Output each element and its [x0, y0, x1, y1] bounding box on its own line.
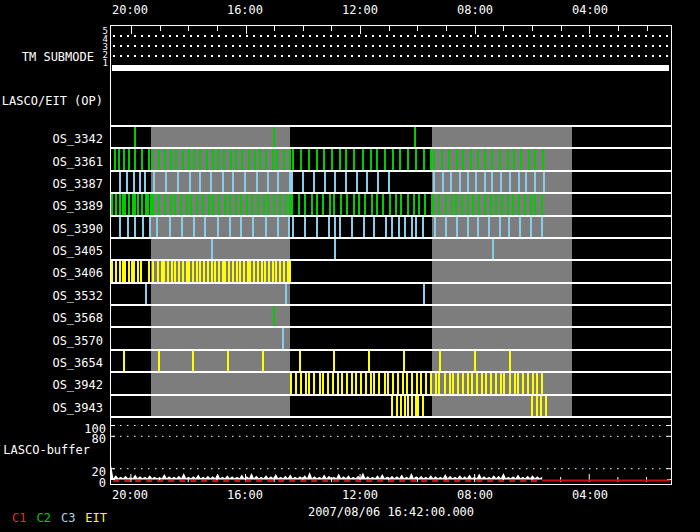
event-tick: [333, 194, 335, 214]
event-tick: [451, 194, 453, 214]
event-tick: [253, 261, 255, 281]
event-tick: [119, 172, 121, 192]
event-tick: [119, 261, 121, 281]
axis-tick: [475, 26, 476, 34]
event-tick: [134, 194, 136, 214]
event-tick: [193, 149, 195, 169]
legend: C1C2C3EIT: [12, 511, 107, 525]
os-row: [111, 284, 671, 306]
event-tick: [192, 261, 194, 281]
event-tick: [190, 194, 192, 214]
event-tick: [400, 396, 402, 416]
event-tick: [439, 351, 441, 371]
event-tick: [148, 261, 150, 281]
event-tick: [152, 194, 154, 214]
timestamp: 2007/08/06 16:42:00.000: [110, 505, 672, 519]
event-tick: [227, 351, 229, 371]
event-tick: [329, 194, 331, 214]
event-tick: [203, 261, 205, 281]
event-tick: [445, 217, 447, 237]
time-label: 04:00: [572, 3, 608, 17]
event-tick: [289, 261, 291, 281]
event-tick: [434, 217, 436, 237]
event-tick: [240, 194, 242, 214]
event-tick: [365, 373, 367, 393]
buffer-series-area: [111, 418, 671, 482]
row-label: OS_3532: [0, 289, 103, 303]
event-tick: [407, 194, 409, 214]
telemetry-timeline-screen: 20:0016:0012:0008:0004:00 54321 TM SUBMO…: [0, 0, 700, 532]
event-tick: [442, 172, 444, 192]
event-tick: [156, 217, 158, 237]
event-tick: [512, 194, 514, 214]
os-row: [111, 373, 671, 395]
event-tick: [332, 373, 334, 393]
event-tick: [193, 217, 195, 237]
event-tick: [422, 396, 424, 416]
event-tick: [452, 373, 454, 393]
event-tick: [337, 373, 339, 393]
event-tick: [540, 396, 542, 416]
event-tick: [282, 328, 284, 348]
event-tick: [524, 194, 526, 214]
event-tick: [495, 373, 497, 393]
event-tick: [418, 194, 420, 214]
time-label: 20:00: [112, 488, 148, 502]
event-tick: [316, 194, 318, 214]
row-label: OS_3654: [0, 356, 103, 370]
event-tick: [456, 217, 458, 237]
event-tick: [345, 172, 347, 192]
row-label: OS_3390: [0, 222, 103, 236]
event-tick: [392, 149, 394, 169]
event-tick: [140, 261, 142, 281]
event-tick: [208, 194, 210, 214]
event-tick: [541, 373, 543, 393]
event-tick: [530, 194, 532, 214]
event-tick: [322, 373, 324, 393]
event-tick: [422, 217, 424, 237]
event-tick: [345, 149, 347, 169]
event-tick: [373, 373, 375, 393]
event-tick: [263, 194, 265, 214]
tm-submode-ytick-labels: 54321: [97, 27, 108, 67]
event-tick: [490, 373, 492, 393]
event-tick: [177, 172, 179, 192]
event-tick: [157, 261, 159, 281]
event-tick: [530, 217, 532, 237]
event-tick: [147, 194, 149, 214]
event-tick: [123, 351, 125, 371]
event-tick: [137, 194, 139, 214]
event-tick: [387, 373, 389, 393]
os-row: [111, 194, 671, 216]
event-tick: [534, 194, 536, 214]
event-tick: [363, 217, 365, 237]
event-tick: [532, 373, 534, 393]
event-tick: [455, 194, 457, 214]
time-label: 04:00: [572, 488, 608, 502]
event-tick: [211, 239, 213, 259]
event-tick: [273, 194, 275, 214]
top-time-axis: 20:0016:0012:0008:0004:00: [110, 0, 672, 25]
axis-tick: [274, 26, 275, 31]
event-tick: [128, 194, 130, 214]
event-tick: [192, 351, 194, 371]
event-tick: [399, 149, 401, 169]
event-tick: [149, 217, 151, 237]
event-tick: [542, 149, 544, 169]
event-tick: [368, 351, 370, 371]
event-tick: [370, 373, 372, 393]
event-tick: [291, 194, 293, 214]
axis-tick: [532, 26, 533, 31]
event-tick: [128, 261, 130, 281]
tm-ytick: 1: [103, 58, 108, 68]
event-tick: [229, 194, 231, 214]
event-tick: [295, 373, 297, 393]
event-tick: [373, 217, 375, 237]
event-tick: [268, 261, 270, 281]
event-tick: [376, 194, 378, 214]
event-tick: [316, 217, 318, 237]
event-tick: [210, 172, 212, 192]
event-tick: [346, 194, 348, 214]
event-tick: [543, 172, 545, 192]
axis-tick: [131, 26, 132, 34]
